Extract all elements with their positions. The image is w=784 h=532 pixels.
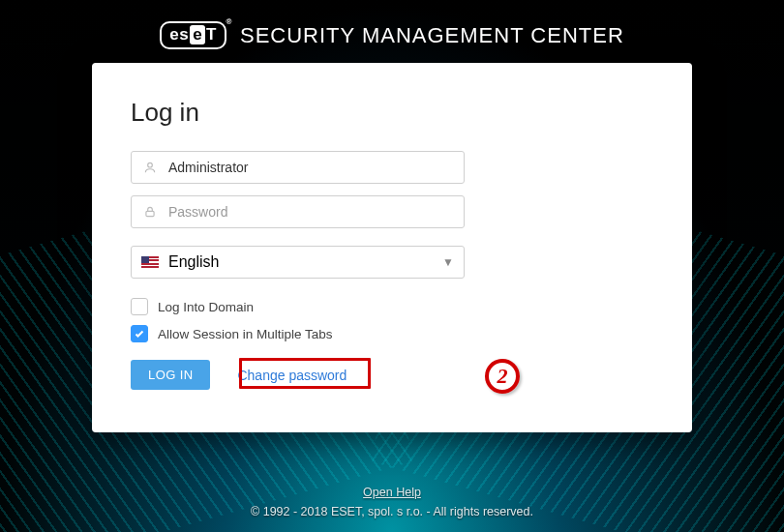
open-help-link[interactable]: Open Help [363,486,421,499]
password-input[interactable] [159,204,454,220]
checkbox-allow-multiple-tabs[interactable] [131,325,148,342]
login-heading: Log in [131,98,653,128]
checkbox-log-into-domain[interactable] [131,298,148,315]
username-field-wrap[interactable] [131,151,465,184]
app-header: eseT ® SECURITY MANAGEMENT CENTER [0,0,784,63]
change-password-link[interactable]: Change password [227,362,356,389]
chevron-down-icon: ▼ [442,255,454,269]
checkbox-row-domain: Log Into Domain [131,298,653,315]
language-selected-label: English [168,253,219,271]
registered-mark: ® [226,17,232,26]
flag-icon-us [141,256,159,268]
language-select[interactable]: English ▼ [131,246,465,279]
footer: Open Help © 1992 - 2018 ESET, spol. s r.… [0,486,784,518]
brand-logo: eseT ® [160,21,226,49]
svg-point-0 [148,163,153,167]
checkbox-label-domain: Log Into Domain [158,300,254,314]
login-button[interactable]: LOG IN [131,360,210,390]
checkbox-label-tabs: Allow Session in Multiple Tabs [158,327,333,341]
svg-rect-1 [146,211,154,216]
copyright-text: © 1992 - 2018 ESET, spol. s r.o. - All r… [0,505,784,518]
login-card: Log in English ▼ Log Into Domain [92,63,692,432]
app-title: SECURITY MANAGEMENT CENTER [240,23,624,48]
lock-icon [141,205,159,219]
password-field-wrap[interactable] [131,195,465,228]
username-input[interactable] [159,160,454,175]
checkbox-row-tabs: Allow Session in Multiple Tabs [131,325,653,342]
user-icon [141,161,159,174]
action-row: LOG IN Change password [131,360,653,390]
